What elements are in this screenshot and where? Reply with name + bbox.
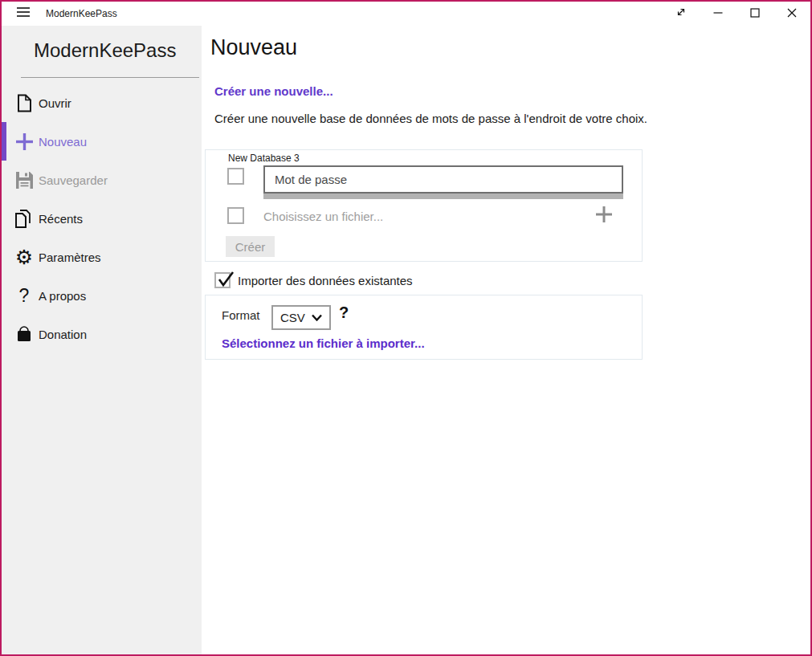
fullscreen-icon <box>675 6 687 21</box>
keyfile-placeholder: Choisissez un fichier... <box>263 210 383 223</box>
page-title: Nouveau <box>210 35 297 60</box>
sidebar-item-label: Nouveau <box>39 135 87 149</box>
import-checkbox-label: Importer des données existantes <box>238 274 413 287</box>
selected-indicator <box>2 122 6 161</box>
sidebar-item-sauvegarder[interactable]: Sauvegarder <box>2 161 202 199</box>
password-input[interactable] <box>263 165 623 194</box>
sidebar-item-nouveau[interactable]: Nouveau <box>2 122 202 161</box>
format-label: Format <box>222 308 260 322</box>
password-checkbox[interactable] <box>227 168 244 185</box>
format-select[interactable]: CSV <box>271 305 331 330</box>
gear-icon: ⚙ <box>13 246 35 268</box>
titlebar: ModernKeePass <box>2 2 810 26</box>
close-icon <box>787 6 797 21</box>
main-content: Nouveau Créer une nouvelle... Créer une … <box>202 26 810 654</box>
window-controls <box>663 2 810 26</box>
create-description: Créer une nouvelle base de données de mo… <box>214 112 647 125</box>
checkmark-icon <box>217 270 236 289</box>
password-input-underline <box>263 194 623 199</box>
hamburger-icon <box>17 6 30 21</box>
minimize-button[interactable] <box>700 2 737 26</box>
plus-icon <box>13 130 35 153</box>
create-button[interactable]: Créer <box>226 236 275 257</box>
sidebar-nav: Ouvrir Nouveau Sauvegarder <box>2 84 202 353</box>
import-toggle-row[interactable]: Importer des données existantes <box>214 272 413 288</box>
window-title: ModernKeePass <box>46 8 117 19</box>
new-database-panel: New Database 3 Choisissez un fichier... … <box>205 149 643 262</box>
format-selected-value: CSV <box>280 311 305 324</box>
chevron-down-icon <box>312 314 322 321</box>
import-checkbox[interactable] <box>214 272 231 288</box>
select-import-file-link[interactable]: Sélectionnez un fichier à importer... <box>222 336 425 350</box>
hamburger-menu-button[interactable] <box>10 2 37 26</box>
add-file-button[interactable] <box>593 205 615 227</box>
minimize-icon <box>713 6 723 21</box>
sidebar: ModernKeePass Ouvrir Nouveau <box>2 26 202 654</box>
sidebar-item-label: Paramètres <box>39 251 101 264</box>
sidebar-item-apropos[interactable]: ? A propos <box>2 276 202 315</box>
copy-icon <box>13 207 35 230</box>
database-name-label: New Database 3 <box>228 153 300 164</box>
sidebar-item-recents[interactable]: Récents <box>2 199 202 238</box>
sidebar-item-label: Récents <box>39 212 83 226</box>
document-icon <box>13 92 35 114</box>
maximize-icon <box>750 6 760 21</box>
maximize-button[interactable] <box>737 2 773 26</box>
close-button[interactable] <box>773 2 810 26</box>
save-icon <box>13 169 35 191</box>
sidebar-item-label: Ouvrir <box>39 96 71 110</box>
sidebar-item-label: Donation <box>39 328 87 341</box>
plus-icon <box>595 206 613 226</box>
app-window: ModernKeePass <box>0 0 812 656</box>
sidebar-item-label: Sauvegarder <box>39 173 108 187</box>
sidebar-item-parametres[interactable]: ⚙ Paramètres <box>2 238 202 276</box>
sidebar-divider <box>21 77 199 78</box>
app-name-heading: ModernKeePass <box>34 39 176 62</box>
format-help-button[interactable]: ? <box>339 304 349 322</box>
sidebar-item-label: A propos <box>39 289 86 303</box>
bag-icon <box>13 323 35 345</box>
sidebar-item-ouvrir[interactable]: Ouvrir <box>2 84 202 122</box>
question-icon: ? <box>13 284 35 307</box>
create-new-link[interactable]: Créer une nouvelle... <box>214 84 333 98</box>
import-panel: Format CSV ? Sélectionnez un fichier à i… <box>205 295 643 360</box>
fullscreen-button[interactable] <box>663 2 700 26</box>
keyfile-checkbox[interactable] <box>227 207 244 224</box>
sidebar-item-donation[interactable]: Donation <box>2 315 202 353</box>
